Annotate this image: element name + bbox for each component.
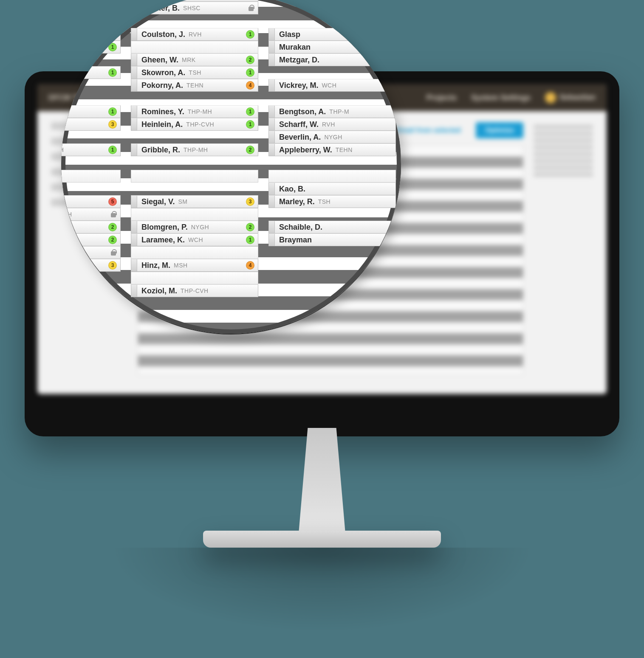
assignment-card[interactable]: Siegal, V.SM3 [131, 195, 258, 208]
assignment-card[interactable]: Koziol, M.THP-CVH [131, 284, 258, 297]
assignment-card[interactable]: Metzgar, D. [268, 53, 396, 66]
monitor-reflection [110, 548, 534, 633]
assignment-card[interactable]: Gheen, W.MRK2 [131, 53, 258, 66]
empty-slot[interactable] [131, 246, 258, 259]
assignment-card[interactable]: Brayman [268, 233, 396, 246]
assignment-card[interactable]: Blomgren, P.NYGH2 [131, 221, 258, 233]
assignment-card[interactable]: Schaible, D. [268, 221, 396, 233]
assignment-card[interactable]: Skowron, A.TSH1 [131, 66, 258, 79]
empty-slot[interactable] [131, 41, 258, 53]
drag-handle[interactable] [268, 183, 275, 195]
assignee-name: Kao, B. [279, 185, 305, 194]
count-badge: 1 [246, 68, 254, 77]
assignment-card[interactable]: Beverlin, A.NYGH [268, 131, 396, 143]
schedule-row: artlow, F.RVH1Skowron, A.TSH1 [61, 66, 401, 79]
drag-handle[interactable] [131, 259, 137, 271]
optimize-button[interactable]: Optimize [476, 122, 523, 138]
assignment-card[interactable]: Pokorny, A.TEHN4 [131, 79, 258, 92]
assignment-card[interactable]: Appleberry, W.TEHN [268, 143, 396, 156]
drag-handle[interactable] [268, 79, 275, 91]
drag-handle[interactable] [268, 54, 275, 66]
nav-user[interactable]: Sebastian [545, 92, 596, 103]
drag-handle[interactable] [131, 106, 137, 118]
assignment-card[interactable]: ampoverde, T.MSH [61, 208, 121, 221]
count-badge: 1 [246, 120, 254, 129]
count-badge: 1 [108, 43, 117, 51]
assignment-card[interactable]: Glasp [268, 28, 396, 41]
drag-handle[interactable] [268, 221, 275, 233]
lock-icon [248, 5, 254, 11]
count-badge: 2 [246, 223, 254, 231]
drag-handle[interactable] [268, 41, 275, 53]
empty-slot[interactable] [131, 208, 258, 221]
nav-projects[interactable]: Projects [427, 93, 457, 102]
drag-handle[interactable] [131, 2, 137, 14]
location-code: THP-CVH [181, 287, 209, 294]
empty-slot[interactable] [61, 2, 121, 14]
drag-handle[interactable] [268, 106, 275, 118]
empty-slot[interactable] [61, 170, 121, 183]
assignee-name: Vickrey, M. [279, 81, 318, 90]
drag-handle[interactable] [268, 234, 275, 246]
assignment-card[interactable]: Marley, R.TSH [268, 195, 396, 208]
drag-handle[interactable] [131, 285, 137, 297]
schedule-row [61, 272, 401, 284]
schedule-row: SHSC [61, 246, 401, 259]
assignment-card[interactable]: Coulston, J.RVH1 [131, 28, 258, 41]
drag-handle[interactable] [131, 79, 137, 91]
assignee-name: Gribble, R. [141, 146, 180, 155]
drag-handle[interactable] [268, 28, 275, 40]
drag-handle[interactable] [131, 144, 137, 156]
drag-handle[interactable] [131, 0, 137, 1]
location-code: MRK [182, 56, 196, 63]
assignee-name: Heinlein, A. [141, 120, 183, 129]
assignment-card[interactable]: Brunette, A.NYGH1 [61, 41, 121, 53]
drag-handle[interactable] [268, 131, 275, 143]
assignment-card[interactable]: Kao, B. [268, 183, 396, 195]
drag-handle[interactable] [131, 234, 137, 246]
assignee-name: Appleberry, W. [279, 146, 332, 155]
schedule-row: Gheen, W.MRK2Metzgar, D. [61, 53, 401, 66]
drag-handle[interactable] [131, 54, 137, 66]
count-badge: 5 [108, 197, 117, 206]
nav-system-settings[interactable]: System Settings [471, 93, 531, 102]
assignment-card[interactable]: Heinlein, A.THP-CVH1 [131, 118, 258, 131]
assignee-name: Siegal, V. [141, 197, 175, 206]
assignment-card[interactable]: Laramee, K.WCH1 [131, 233, 258, 246]
drag-handle[interactable] [268, 144, 275, 156]
assignment-card[interactable]: Gribble, R.THP-MH2 [131, 143, 258, 156]
drag-handle[interactable] [268, 196, 275, 208]
assignment-card[interactable]: Scharff, W.RVH [268, 118, 396, 131]
assignment-card[interactable]: Milstead, H.TWH1 [61, 143, 121, 156]
monitor-stand-base [203, 531, 441, 548]
drag-handle[interactable] [131, 196, 137, 208]
count-badge: 2 [108, 223, 117, 231]
lock-icon [110, 31, 117, 38]
drag-handle[interactable] [131, 28, 137, 40]
count-badge: 1 [108, 107, 117, 116]
legend [534, 122, 593, 375]
drag-handle[interactable] [131, 221, 137, 233]
assignment-card[interactable]: Cordeiro, N.SM5 [61, 195, 121, 208]
avatar [545, 92, 556, 103]
assignment-card[interactable]: Hinz, M.MSH4 [131, 259, 258, 272]
assignment-card[interactable]: Bengtson, A.THP-M [268, 105, 396, 118]
assignment-card[interactable]: Romines, Y.THP-MH1 [131, 105, 258, 118]
count-badge: 1 [108, 68, 117, 77]
schedule-row: Saenger, Z.SHSC1Romines, Y.THP-MH1Bengts… [61, 105, 401, 118]
count-badge: 1 [246, 107, 254, 116]
drag-handle[interactable] [131, 118, 137, 130]
empty-slot[interactable] [131, 170, 258, 183]
assignment-card[interactable]: Cramer, B.SHSC [131, 2, 258, 14]
schedule-row: Brunette, A.NYGH1Murakan [61, 41, 401, 53]
empty-slot[interactable] [268, 170, 396, 183]
empty-slot[interactable] [131, 272, 258, 284]
drag-handle[interactable] [268, 118, 275, 130]
assignment-card[interactable]: Brodt, P.TEHN3 [61, 118, 121, 131]
assignment-card[interactable]: Murakan [268, 41, 396, 53]
assignee-name: Laramee, K. [141, 236, 185, 245]
assignee-name: Cramer, B. [141, 4, 180, 13]
drag-handle[interactable] [131, 67, 137, 79]
assignment-card[interactable]: RHC [61, 28, 121, 41]
assignment-card[interactable]: Vickrey, M.WCH [268, 79, 396, 92]
